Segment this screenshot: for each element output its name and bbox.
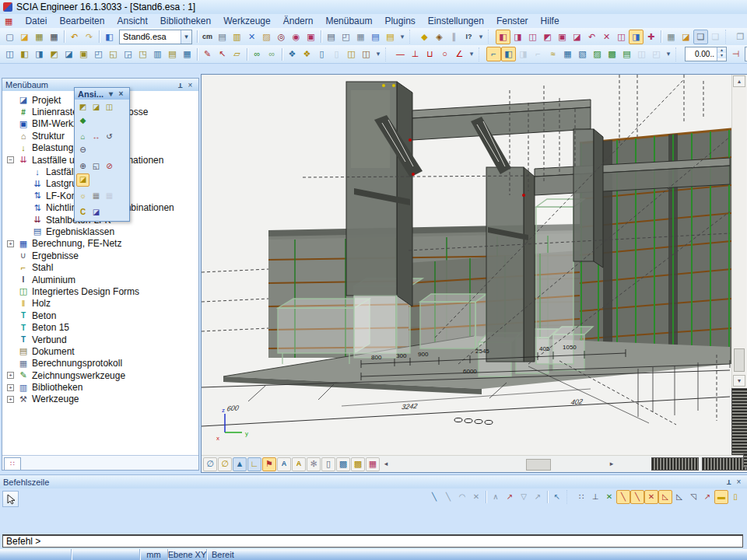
plane-yz-icon[interactable]: ▩ xyxy=(605,47,619,61)
scroll-right-icon[interactable]: ▸ xyxy=(606,458,617,470)
rotate-icon[interactable]: ◫ xyxy=(344,47,359,61)
pan-icon[interactable]: ↔ xyxy=(89,131,103,144)
perspective-icon[interactable]: ∅ xyxy=(203,457,217,471)
render-icon[interactable]: ▲ xyxy=(233,457,247,471)
overflow-chevron-icon[interactable]: ▾ xyxy=(467,47,476,61)
wall-icon[interactable]: ▣ xyxy=(76,47,91,61)
new-file-icon[interactable]: ▢ xyxy=(2,30,17,44)
snap-angle-icon[interactable]: ⊣ xyxy=(728,47,743,61)
gallery-icon[interactable]: ▤ xyxy=(383,30,398,44)
snap-delete-icon[interactable]: ✕ xyxy=(469,490,483,504)
rib-icon[interactable]: ◱ xyxy=(106,47,121,61)
clipboard-picture-icon[interactable]: C xyxy=(76,206,89,219)
project-selector[interactable]: Stand6.esa▾ xyxy=(119,30,192,44)
view-top-icon[interactable]: ◩ xyxy=(76,101,89,114)
snap-line2-icon[interactable]: ╲ xyxy=(441,490,455,504)
snap-perp-icon[interactable]: ⊥ xyxy=(588,490,602,504)
scroll-down-icon[interactable]: ▾ xyxy=(733,375,745,387)
load-panel-icon[interactable]: ◲ xyxy=(121,47,135,61)
menu-item-fenster[interactable]: Fenster xyxy=(490,15,535,27)
workpoint-icon[interactable]: ◰ xyxy=(649,47,664,61)
columns-icon[interactable]: ∥ xyxy=(447,30,461,44)
plate-icon[interactable]: ◪ xyxy=(61,47,76,61)
palette-header[interactable]: Ansi... ▾ × xyxy=(75,88,129,100)
tree-item-bibliotheken[interactable]: +▥Bibliotheken xyxy=(2,381,198,393)
load-selection-icon[interactable]: ◪ xyxy=(679,30,693,44)
status-plane[interactable]: Ebene XY xyxy=(168,549,207,560)
clipboard-icon[interactable]: ▨ xyxy=(259,30,274,44)
zoom-window-icon[interactable]: ⊕ xyxy=(76,160,89,173)
copy-props-icon[interactable]: ✕ xyxy=(244,30,259,44)
overflow-chevron-icon[interactable]: ▾ xyxy=(398,30,407,44)
dimension-line-icon[interactable]: — xyxy=(393,47,408,61)
overflow-chevron-icon[interactable]: ▾ xyxy=(664,47,673,61)
light-icon[interactable]: ☼ xyxy=(76,190,89,203)
opening-icon[interactable]: ◰ xyxy=(91,47,106,61)
rotation-stepper[interactable]: 0.00..▴▾ xyxy=(685,47,727,61)
pin-icon[interactable]: T xyxy=(175,81,185,89)
chevron-down-icon[interactable]: ▾ xyxy=(181,30,191,44)
mesh-icon[interactable]: ▣ xyxy=(303,30,318,44)
scroll-up-icon[interactable]: ▴ xyxy=(733,75,745,87)
overflow-chevron-icon[interactable]: ▾ xyxy=(374,47,383,61)
grid-view-icon[interactable]: ▩ xyxy=(336,457,350,471)
snap-triangle-icon[interactable]: ▽ xyxy=(517,490,531,504)
expand-icon[interactable]: + xyxy=(7,396,14,403)
snap-midpoint-icon[interactable]: ╲ xyxy=(630,490,644,504)
menu-item-datei[interactable]: Datei xyxy=(19,15,53,27)
ucs-icon[interactable]: ⌐ xyxy=(486,47,501,61)
menu-item-bearbeiten[interactable]: Bearbeiten xyxy=(53,15,110,27)
beam-icon[interactable]: ◧ xyxy=(17,47,32,61)
select-load-icon[interactable]: ◩ xyxy=(540,30,555,44)
menu-item-hilfe[interactable]: Hilfe xyxy=(535,15,566,27)
snap-vector2-icon[interactable]: ↗ xyxy=(531,490,545,504)
vertical-scrollbar[interactable]: ▴ ▾ xyxy=(731,75,746,455)
close-icon[interactable]: × xyxy=(185,81,195,89)
snap-grid-icon[interactable]: ∷ xyxy=(574,490,588,504)
menu-item-plugins[interactable]: Plugins xyxy=(378,15,421,27)
snap-intersection-icon[interactable]: ✕ xyxy=(644,490,658,504)
open-file-icon[interactable]: ◪ xyxy=(17,30,32,44)
redo-icon[interactable]: ↷ xyxy=(82,30,96,44)
snap-peak-icon[interactable]: ∧ xyxy=(489,490,503,504)
axes-toggle-icon[interactable]: ∟ xyxy=(247,457,261,471)
grid-snap-icon[interactable]: ≈ xyxy=(545,47,560,61)
sheet-icon[interactable]: ▯ xyxy=(321,457,335,471)
snap-curve-icon[interactable]: ↗ xyxy=(700,490,714,504)
arbitrary-beam-icon[interactable]: ▥ xyxy=(150,47,165,61)
dot-grid-icon[interactable]: ▦ xyxy=(560,47,575,61)
plane-xz-icon[interactable]: ▤ xyxy=(619,47,634,61)
info-icon[interactable]: I? xyxy=(461,30,476,44)
close-icon[interactable]: × xyxy=(116,89,126,98)
select-by-property-icon[interactable]: ◨ xyxy=(629,30,644,44)
menu-item-ansicht[interactable]: Ansicht xyxy=(110,15,153,27)
tree-item-berechnungsprotokoll[interactable]: ▦Berechnungsprotokoll xyxy=(2,358,198,369)
dimension-perp-icon[interactable]: ⊥ xyxy=(408,47,423,61)
plane-xy-icon[interactable]: ▨ xyxy=(590,47,605,61)
menu-item--ndern[interactable]: Ändern xyxy=(277,15,320,27)
connection-icon[interactable]: ▤ xyxy=(165,47,180,61)
scroll-left-icon[interactable]: ◂ xyxy=(381,458,391,470)
rafter-icon[interactable]: ◨ xyxy=(32,47,47,61)
menu-item-werkzeuge[interactable]: Werkzeuge xyxy=(217,15,276,27)
overflow-chevron-icon[interactable]: ▾ xyxy=(476,30,486,44)
dimension-angle-icon[interactable]: ∠ xyxy=(452,47,467,61)
pin-icon[interactable]: T xyxy=(724,478,734,486)
image-disabled-icon[interactable]: ▦ xyxy=(103,190,116,203)
tree-item-ergebnisse[interactable]: ∪Ergebnisse xyxy=(2,250,198,261)
snap-dialog-icon[interactable]: ▯ xyxy=(728,490,742,504)
scale-icon[interactable]: ◫ xyxy=(359,47,374,61)
zoom-in-icon[interactable]: ⌂ xyxy=(76,131,89,144)
command-input[interactable]: Befehl > xyxy=(2,534,743,548)
view-side-icon[interactable]: ◫ xyxy=(103,101,116,114)
tree-item-dokument[interactable]: ▤Dokument xyxy=(2,345,198,357)
hscroll-thumb[interactable] xyxy=(526,459,551,471)
undo-icon[interactable]: ↶ xyxy=(67,30,82,44)
labels-icon[interactable]: A xyxy=(277,457,291,471)
view-axo-icon[interactable]: ◆ xyxy=(76,114,89,128)
select-previous-icon[interactable]: ◫ xyxy=(614,30,629,44)
chevron-down-icon[interactable]: ▾ xyxy=(106,89,116,98)
print-picture-icon[interactable]: ◪ xyxy=(89,206,103,219)
select-node-icon[interactable]: ◧ xyxy=(496,30,510,44)
link-icon[interactable]: ∞ xyxy=(250,47,265,61)
